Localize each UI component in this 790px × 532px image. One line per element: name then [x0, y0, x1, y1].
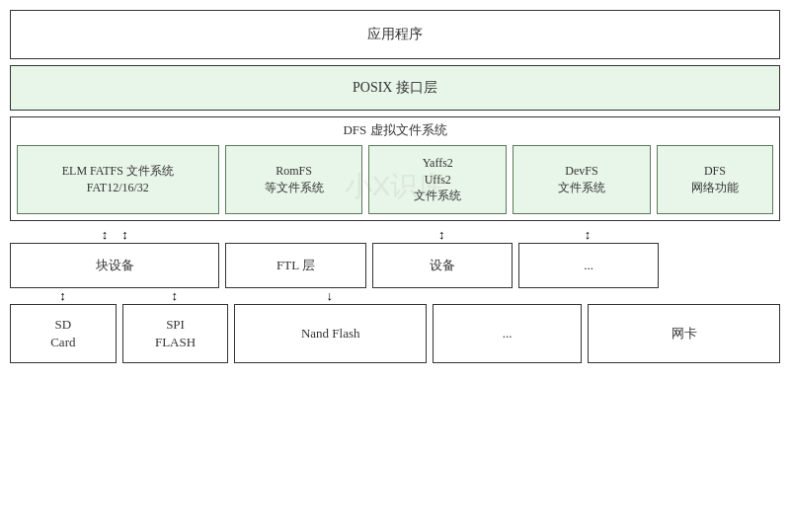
arrows-dfs-mid: ↕ ↕ ↕ ↕	[10, 227, 780, 243]
arrow-mb-1-icon: ↕	[59, 288, 66, 304]
arrow-mb-3: ↓	[233, 288, 426, 304]
app-layer-label: 应用程序	[367, 26, 423, 43]
mid-block-dev: 块设备	[10, 243, 219, 288]
dfs-item-dfs-net: DFS 网络功能	[657, 145, 773, 214]
arrow-down-4: ↕	[585, 227, 592, 243]
arrow-mb-2-icon: ↕	[171, 288, 178, 304]
dfs-title: DFS 虚拟文件系统	[17, 121, 773, 139]
arrow-down-2: ↕	[121, 227, 128, 243]
bot-nand-flash-label: Nand Flash	[301, 325, 360, 342]
mid-device-label: 设备	[430, 257, 455, 274]
mid-dots-label: ...	[584, 258, 593, 273]
bot-net-card: 网卡	[588, 304, 780, 363]
diagram-wrapper: 应用程序 POSIX 接口层 DFS 虚拟文件系统 ELM FATFS 文件系统…	[10, 10, 780, 363]
mid-dots: ...	[518, 243, 659, 288]
arrow-group-3: ↕	[371, 227, 512, 243]
bot-sd-card: SD Card	[10, 304, 117, 363]
dfs-section: DFS 虚拟文件系统 ELM FATFS 文件系统 FAT12/16/32 Ro…	[10, 116, 780, 221]
mid-row: 块设备 FTL 层 设备 ...	[10, 243, 780, 288]
posix-layer-row: POSIX 接口层	[10, 65, 780, 111]
arrow-mb-2: ↕	[121, 288, 227, 304]
mid-empty	[665, 243, 780, 288]
arrow-mb-3-icon: ↓	[327, 288, 334, 304]
app-layer: 应用程序	[10, 10, 780, 59]
dfs-item-yaffs2: Yaffs2 Uffs2 文件系统	[368, 145, 507, 214]
dfs-inner-row: ELM FATFS 文件系统 FAT12/16/32 RomFS 等文件系统 Y…	[17, 145, 773, 214]
mid-device: 设备	[372, 243, 513, 288]
arrow-group-1: ↕ ↕	[10, 227, 220, 243]
bot-dots: ...	[433, 304, 582, 363]
mid-ftl: FTL 层	[225, 243, 365, 288]
arrow-mb-1: ↕	[10, 288, 116, 304]
bot-spi-flash: SPI FLASH	[122, 304, 229, 363]
bot-dots-label: ...	[503, 325, 513, 342]
dfs-item-romfs: RomFS 等文件系统	[225, 145, 363, 214]
posix-layer-label: POSIX 接口层	[353, 79, 437, 97]
posix-layer: POSIX 接口层	[10, 65, 780, 111]
arrow-down-3: ↕	[438, 227, 445, 243]
arrows-mid-bot: ↕ ↕ ↓	[10, 288, 780, 304]
bot-nand-flash: Nand Flash	[234, 304, 427, 363]
mid-ftl-label: FTL 层	[276, 257, 315, 274]
dfs-item-elm: ELM FATFS 文件系统 FAT12/16/32	[17, 145, 219, 214]
arrow-down-1: ↕	[102, 227, 109, 243]
app-layer-row: 应用程序	[10, 10, 780, 59]
bot-net-card-label: 网卡	[672, 325, 697, 342]
arrow-group-4: ↕	[517, 227, 658, 243]
bot-row: SD Card SPI FLASH Nand Flash ... 网卡	[10, 304, 780, 363]
dfs-item-devfs: DevFS 文件系统	[513, 145, 651, 214]
mid-block-dev-label: 块设备	[96, 257, 134, 274]
